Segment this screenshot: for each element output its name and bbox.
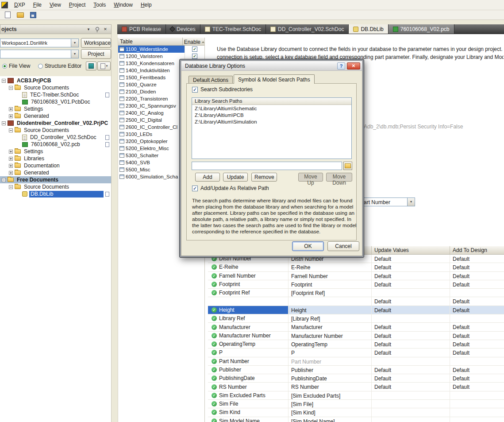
table-name-cell[interactable]: 2400_IC_Analog xyxy=(118,109,185,116)
add-to-design-cell[interactable] xyxy=(450,417,504,422)
add-to-design-cell[interactable]: Default xyxy=(450,323,504,331)
update-values-cell[interactable] xyxy=(372,408,450,417)
field-value-cell[interactable]: P xyxy=(289,348,372,357)
remove-button[interactable]: Remove xyxy=(251,173,277,182)
expander-icon[interactable] xyxy=(9,157,13,161)
field-value-cell[interactable]: Height xyxy=(289,306,372,314)
add-to-design-cell[interactable] xyxy=(450,357,504,366)
tree-item[interactable]: DD_Controller_V02.SchDoc xyxy=(0,134,111,141)
move-down-button[interactable]: Move Down xyxy=(326,173,352,182)
add-to-design-cell[interactable]: Default xyxy=(450,374,504,383)
field-name-cell[interactable]: ✓ PublishingDate xyxy=(208,374,289,383)
add-to-design-cell[interactable]: Default xyxy=(450,332,504,340)
field-value-cell[interactable] xyxy=(289,297,372,306)
add-to-design-cell[interactable]: Default xyxy=(450,383,504,391)
add-to-design-cell[interactable]: Default xyxy=(450,340,504,348)
expander-icon[interactable] xyxy=(2,79,6,83)
expander-icon[interactable] xyxy=(9,107,13,111)
field-value-cell[interactable]: PublishingDate xyxy=(289,374,372,383)
field-value-cell[interactable]: Part Number xyxy=(289,357,372,366)
update-values-cell[interactable]: Default xyxy=(372,348,450,357)
add-to-design-cell[interactable]: Default xyxy=(450,297,504,306)
field-name-cell[interactable]: ✓ Library Ref xyxy=(208,314,289,323)
library-search-path-item[interactable]: Z:\Library\Altium\Simulation xyxy=(192,118,351,125)
field-table-row[interactable]: ✓ Sim File [Sim File] xyxy=(208,400,504,408)
update-values-cell[interactable]: Default xyxy=(372,272,450,280)
menu-item[interactable]: Project xyxy=(65,0,89,10)
menu-item[interactable]: DXP xyxy=(10,0,29,10)
combo-arrow-icon[interactable]: ▾ xyxy=(407,198,415,206)
cancel-button[interactable]: Cancel xyxy=(327,241,359,251)
table-name-cell[interactable]: 1100_Widerstände xyxy=(118,46,185,53)
update-values-cell[interactable]: Default xyxy=(372,263,450,271)
dialog-close-button[interactable]: ✕ xyxy=(347,62,360,70)
update-values-cell[interactable]: Default xyxy=(372,255,450,263)
table-name-cell[interactable]: 2500_IC_Digital xyxy=(118,116,185,124)
field-name-cell[interactable]: ✓ Part Number xyxy=(208,357,289,366)
panel-close-icon[interactable]: ✕ xyxy=(102,26,109,33)
document-tab[interactable]: DD_Controller_V02.SchDoc xyxy=(266,24,349,34)
dialog-title-bar[interactable]: Database Library Options ? ✕ xyxy=(181,61,362,71)
expander-icon[interactable] xyxy=(9,114,13,118)
tree-item[interactable]: Source Documents xyxy=(0,183,111,190)
tree-item[interactable]: 760106068_V02.pcb xyxy=(0,141,111,148)
tab-symbol-model-search-paths[interactable]: Symbol & Model Search Paths xyxy=(234,74,315,84)
menu-item[interactable]: File xyxy=(29,0,46,10)
column-header-update-values[interactable]: Update Values xyxy=(372,246,450,254)
expander-icon[interactable] xyxy=(9,171,13,175)
menu-item[interactable]: View xyxy=(46,0,65,10)
table-name-cell[interactable]: 1600_Quarze xyxy=(118,81,185,88)
expander-icon[interactable] xyxy=(9,164,13,168)
field-table-row[interactable]: ✓ P P Default Default xyxy=(208,348,504,357)
table-name-cell[interactable]: 5200_Elektro_Misc xyxy=(118,145,185,152)
update-values-cell[interactable]: Default xyxy=(372,280,450,289)
add-to-design-cell[interactable] xyxy=(450,408,504,417)
library-search-paths-header[interactable]: Library Search Paths xyxy=(192,98,351,105)
table-name-cell[interactable]: 2600_IC_Controller_Cl xyxy=(118,124,185,131)
table-name-cell[interactable]: 2300_IC_Spannungsv xyxy=(118,102,185,109)
add-to-design-cell[interactable]: Default xyxy=(450,272,504,280)
field-name-cell[interactable]: ✓ E-Reihe xyxy=(208,263,289,271)
update-values-cell[interactable]: Default xyxy=(372,383,450,391)
table-name-cell[interactable]: 1400_Induktivitäten xyxy=(118,67,185,74)
update-values-cell[interactable]: Default xyxy=(372,297,450,306)
file-view-radio[interactable] xyxy=(2,64,7,69)
open-button[interactable] xyxy=(16,11,25,19)
workspace-combo[interactable]: Workspace1.DsnWrk ▾ xyxy=(0,39,79,47)
menu-item[interactable]: Help xyxy=(137,0,156,10)
field-table-row[interactable]: ✓ Footprint Footprint Default Default xyxy=(208,280,504,289)
document-tab[interactable]: DB.DbLib xyxy=(349,24,388,34)
dialog-help-button[interactable]: ? xyxy=(337,62,345,70)
document-tab[interactable]: 760106068_V02.pcb xyxy=(389,24,454,34)
field-name-cell[interactable]: ✓ OperatingTemp xyxy=(208,340,289,348)
expander-icon[interactable] xyxy=(2,178,6,182)
add-to-design-cell[interactable] xyxy=(450,289,504,297)
field-name-cell[interactable]: ✓ Footprint xyxy=(208,280,289,289)
field-name-cell[interactable]: ✓ RS Number xyxy=(208,383,289,391)
field-name-cell[interactable]: ✓ Sim Excluded Parts xyxy=(208,391,289,400)
field-table-row[interactable]: ✓ Height Height Default Default xyxy=(208,306,504,314)
update-values-cell[interactable]: Default xyxy=(372,340,450,348)
table-list-row[interactable]: 1100_Widerstände ✓ xyxy=(118,46,204,53)
panel-dropdown-icon[interactable]: ▾ xyxy=(85,26,92,33)
update-values-cell[interactable] xyxy=(372,314,450,323)
field-table-row[interactable]: ✓ Publisher Publisher Default Default xyxy=(208,366,504,374)
enable-checkbox[interactable]: ✓ xyxy=(192,54,197,59)
field-table-row[interactable]: ✓ Manufacturer Manufacturer Default Defa… xyxy=(208,323,504,331)
search-subdirectories-checkbox[interactable]: ✓ xyxy=(192,87,198,93)
table-name-cell[interactable]: 1300_Kondensatoren xyxy=(118,60,185,67)
field-table-row[interactable]: ✓ Library Ref [Library Ref] xyxy=(208,314,504,323)
field-table-row[interactable]: ✓ OperatingTemp OperatingTemp Default De… xyxy=(208,340,504,348)
field-value-cell[interactable]: [Footprint Ref] xyxy=(289,289,372,297)
update-values-cell[interactable]: Default xyxy=(372,366,450,374)
column-header-add-to-design[interactable]: Add To Design xyxy=(450,246,504,254)
expander-icon[interactable] xyxy=(9,185,13,189)
field-table-row[interactable]: ✓ Sim Excluded Parts [Sim Excluded Parts… xyxy=(208,391,504,400)
field-value-cell[interactable]: Manufacturer xyxy=(289,323,372,331)
tree-item[interactable]: Generated xyxy=(0,112,111,120)
table-name-cell[interactable]: 3100_LEDs xyxy=(118,131,185,138)
enable-checkbox[interactable]: ✓ xyxy=(192,46,197,52)
field-name-cell[interactable]: ✓ Publisher xyxy=(208,366,289,374)
library-search-paths-list[interactable]: Library Search Paths Z:\Library\Altium\S… xyxy=(192,97,352,159)
field-name-cell[interactable]: ✓ Footprint Ref xyxy=(208,289,289,297)
